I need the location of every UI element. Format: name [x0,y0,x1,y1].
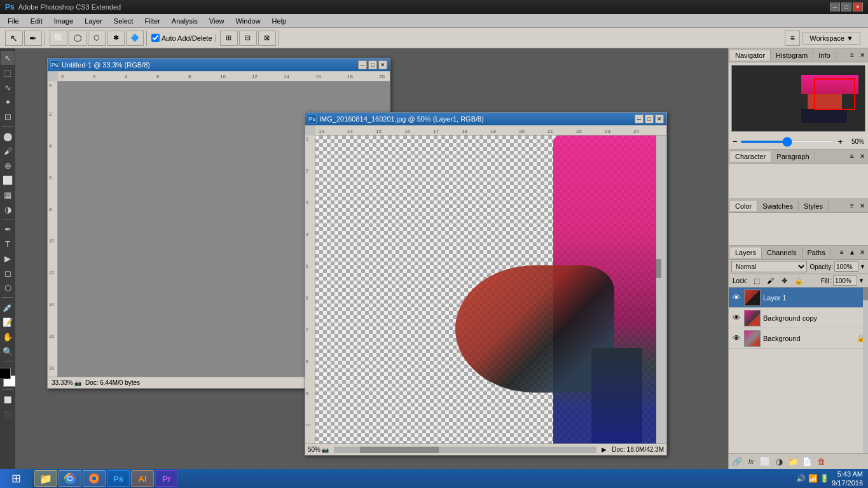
layers-blend-mode[interactable]: Normal [731,261,807,272]
layers-opacity-input[interactable] [834,261,858,272]
doc-maximize-untitled1[interactable]: □ [368,60,377,69]
navigator-panel-close[interactable]: ✕ [858,51,867,60]
start-button[interactable]: ⊞ [0,469,32,488]
tab-color[interactable]: Color [730,201,757,211]
tool-shape2[interactable]: ◯ [69,31,86,46]
layer-item-background[interactable]: 👁 Background 🔒 [729,328,868,349]
minimize-btn[interactable]: ─ [830,3,840,11]
tool-dodge[interactable]: ◑ [1,202,15,216]
zoom-out-btn[interactable]: − [733,137,738,146]
menu-help[interactable]: Help [267,16,292,26]
taskbar-chrome-btn[interactable] [59,470,81,487]
menu-view[interactable]: View [204,16,230,26]
layer-visibility-bgcopy[interactable]: 👁 [731,313,741,323]
tool-shape[interactable]: ◻ [1,266,15,280]
align-btn3[interactable]: ⊠ [258,31,276,46]
tool-lasso[interactable]: ∿ [1,80,15,94]
menu-file[interactable]: File [3,16,24,26]
tab-paths[interactable]: Paths [803,247,831,258]
tool-magic-wand[interactable]: ✦ [1,95,15,109]
tool-hand[interactable]: ✋ [1,330,15,344]
layer-new-btn[interactable]: 📄 [801,456,813,467]
fill-dropdown-arrow[interactable]: ▼ [858,277,864,284]
layer-delete-btn[interactable]: 🗑 [815,456,827,467]
tool-clone[interactable]: ⊕ [1,158,15,172]
menu-image[interactable]: Image [49,16,79,26]
layer-item-bgcopy[interactable]: 👁 Background copy [729,308,868,328]
lock-all-btn[interactable]: 🔒 [794,275,804,286]
layer-visibility-layer1[interactable]: 👁 [731,293,741,303]
tool-path-select[interactable]: ▶ [1,251,15,265]
layers-panel-close[interactable]: ✕ [858,248,867,257]
workspace-btn[interactable]: Workspace ▼ [803,32,860,45]
tool-brush[interactable]: 🖌 [1,144,15,158]
tool-eyedropper[interactable]: 💉 [1,300,15,314]
color-panel-menu[interactable]: ≡ [848,202,857,211]
tool-notes[interactable]: 📝 [1,315,15,329]
doc-close-untitled1[interactable]: ✕ [378,60,387,69]
character-panel-menu[interactable]: ≡ [848,152,857,161]
tool-shape3[interactable]: ⬡ [88,31,106,46]
tool-gradient[interactable]: ▦ [1,188,15,202]
menu-filter[interactable]: Filter [139,16,165,26]
zoom-in-btn[interactable]: + [837,137,843,146]
foreground-color[interactable] [0,368,11,379]
tool-mode-standard[interactable]: ⬜ [1,393,15,407]
tab-info[interactable]: Info [813,50,836,60]
taskbar-photoshop-btn[interactable]: Ps [107,470,130,487]
navigator-panel-menu[interactable]: ≡ [848,51,857,60]
tab-swatches[interactable]: Swatches [757,201,799,211]
layers-panel-collapse[interactable]: ▲ [848,248,857,257]
doc-titlebar-img1[interactable]: Ps IMG_20160814_160201.jpg @ 50% (Layer1… [305,113,666,125]
tool-mode-fullscreen[interactable]: ⬛ [1,407,15,421]
hscroll-thumb-img1[interactable] [360,447,439,453]
tool-zoom[interactable]: 🔍 [1,344,15,358]
layers-fill-input[interactable] [833,275,857,286]
tool-crop[interactable]: ⊡ [1,109,15,123]
close-btn[interactable]: ✕ [853,3,863,11]
layer-link-btn[interactable]: 🔗 [731,456,743,467]
vertical-scrollbar-img1[interactable] [656,136,661,443]
taskbar-premiere-btn[interactable]: Pr [155,470,178,487]
layers-scrollbar-thumb[interactable] [863,288,868,300]
doc-minimize-untitled1[interactable]: ─ [358,60,367,69]
tool-pen[interactable]: ✒ [24,31,42,46]
tool-pen[interactable]: ✒ [1,222,15,236]
zoom-slider[interactable] [740,141,836,143]
taskbar-illustrator-btn[interactable]: Ai [131,470,154,487]
layer-group-btn[interactable]: 📁 [787,456,799,467]
tool-spot-heal[interactable]: ⬤ [1,129,15,143]
maximize-btn[interactable]: □ [841,3,851,11]
tool-shape4[interactable]: ✱ [107,31,125,46]
scrollbar-thumb-img1[interactable] [656,259,661,278]
tool-text[interactable]: T [1,237,15,251]
menu-select[interactable]: Select [109,16,139,26]
tool-move[interactable]: ↖ [1,51,15,65]
auto-add-delete-checkbox[interactable] [151,34,160,42]
tool-shape1[interactable]: ⬜ [50,31,67,46]
layer-fx-btn[interactable]: fx [745,456,757,467]
color-panel-close[interactable]: ✕ [858,202,867,211]
tab-histogram[interactable]: Histogram [771,50,813,60]
tool-marquee[interactable]: ⬚ [1,66,15,80]
doc1-zoom-indicator[interactable]: 33.33% 📷 [52,379,81,386]
doc-minimize-img1[interactable]: ─ [635,115,644,123]
align-btn1[interactable]: ⊞ [220,31,238,46]
auto-add-delete-label[interactable]: Auto Add/Delete [151,34,212,42]
lock-position-btn[interactable]: ✥ [780,275,790,286]
menu-layer[interactable]: Layer [79,16,107,26]
doc2-zoom-indicator[interactable]: 50% 📷 [308,446,329,453]
tool-shape5[interactable]: 🔷 [126,31,144,46]
layer-adjustment-btn[interactable]: ◑ [773,456,785,467]
layer-item-layer1[interactable]: 👁 Layer 1 [729,288,868,308]
layer-mask-btn[interactable]: ⬜ [759,456,771,467]
tool-arrow[interactable]: ↖ [5,31,23,46]
workspace-icon[interactable]: ≡ [785,31,800,46]
layer-visibility-background[interactable]: 👁 [731,333,741,344]
lock-transparent-btn[interactable]: ⬚ [752,275,762,286]
opacity-dropdown-arrow[interactable]: ▼ [860,263,865,270]
layers-scrollbar[interactable] [863,288,868,453]
tool-3d[interactable]: ⬡ [1,281,15,295]
doc-maximize-img1[interactable]: □ [645,115,654,123]
tab-layers[interactable]: Layers [730,247,762,258]
